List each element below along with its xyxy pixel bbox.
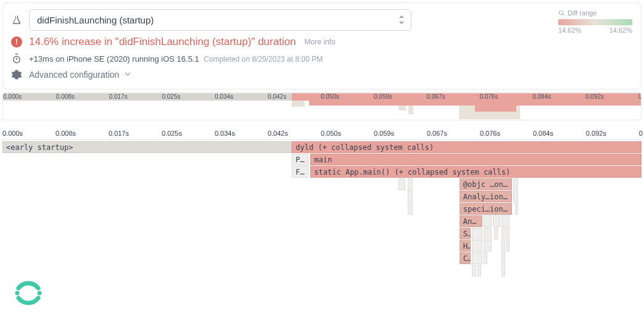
- tick-label: 0.050s: [321, 93, 339, 100]
- advanced-config-label: Advanced configuration: [29, 70, 119, 80]
- subline: +13ms on iPhone SE (2020) running iOS 16…: [29, 54, 323, 64]
- gear-icon: [10, 69, 23, 80]
- frame-t20[interactable]: [484, 252, 487, 264]
- frame-t11[interactable]: [472, 228, 482, 239]
- tick-label: 0.050s: [321, 130, 341, 137]
- tick-label: 0.076s: [480, 130, 500, 137]
- frame-t3[interactable]: [513, 178, 518, 190]
- advanced-config-toggle[interactable]: Advanced configuration: [29, 70, 131, 80]
- diff-range-legend: Diff range 14.62% 14.62%: [558, 9, 632, 34]
- frame-ana[interactable]: Ana…(): [460, 215, 482, 227]
- frame-t17[interactable]: [502, 240, 505, 252]
- tick-label: 0.000s: [3, 93, 22, 100]
- frame-dyld[interactable]: dyld (+ collapsed system calls): [292, 141, 642, 153]
- frame-t1[interactable]: [398, 178, 405, 190]
- frame-t18[interactable]: [506, 240, 509, 252]
- chevron-down-icon: [124, 70, 131, 80]
- frame-t12[interactable]: [484, 228, 491, 239]
- frame-t23[interactable]: [477, 265, 481, 276]
- tick-label: 0.034s: [215, 130, 235, 137]
- legend-min: 14.62%: [558, 27, 581, 34]
- metric-select-value: didFinishLaunching (startup): [37, 15, 154, 25]
- tick-label: 0.067s: [427, 130, 447, 137]
- legend-gradient: [558, 19, 632, 25]
- frame-s[interactable]: S…: [460, 228, 471, 239]
- summary-panel: didFinishLaunching (startup) ! 14.6% inc…: [2, 2, 642, 89]
- frame-early-startup[interactable]: <early startup>: [2, 141, 292, 153]
- legend-max: 14.62%: [609, 27, 632, 34]
- tick-label: 0.092s: [585, 93, 604, 100]
- tick-label: 0.008s: [56, 93, 75, 100]
- tick-label: 0.017s: [109, 93, 128, 100]
- frame-t9[interactable]: [493, 215, 500, 227]
- frame-t4[interactable]: [408, 191, 413, 202]
- frame-speci[interactable]: speci…ion:): [460, 203, 512, 215]
- tick-label: 0.059s: [374, 93, 392, 100]
- minimap-bar[interactable]: [475, 106, 516, 112]
- tick-label: 0.025s: [162, 93, 180, 100]
- tick-label: 0.000s: [2, 130, 23, 137]
- magnifier-icon: [558, 10, 565, 17]
- svg-point-0: [15, 291, 20, 296]
- frame-t2[interactable]: [408, 178, 413, 190]
- tick-label: 0.034s: [215, 93, 233, 100]
- stopwatch-icon: [10, 53, 23, 64]
- tick-label: 0.008s: [56, 130, 76, 137]
- frame-pe[interactable]: Pe…s: [292, 154, 308, 165]
- beaker-icon: [10, 15, 23, 26]
- frame-t24[interactable]: [502, 265, 505, 276]
- tick-label: 0.042s: [268, 93, 286, 100]
- minimap[interactable]: 0.000s0.008s0.017s0.025s0.034s0.042s0.05…: [2, 92, 642, 120]
- flame-graph[interactable]: <early startup>dyld (+ collapsed system …: [2, 141, 642, 314]
- frame-t14[interactable]: [502, 228, 509, 239]
- frame-app-main[interactable]: static App.main() (+ collapsed system ca…: [310, 166, 642, 178]
- frame-analy[interactable]: Analy…ion:): [460, 191, 512, 202]
- frame-t16[interactable]: [484, 240, 491, 252]
- tick-label: 0: [639, 130, 643, 137]
- frame-t10[interactable]: [502, 215, 509, 227]
- minimap-bar[interactable]: [292, 101, 305, 107]
- minimap-bar[interactable]: [408, 106, 413, 114]
- tick-label: 0.059s: [374, 130, 394, 137]
- frame-f[interactable]: F…): [292, 166, 308, 178]
- emerge-logo: [11, 276, 46, 310]
- frame-objc[interactable]: @objc …ons:): [460, 178, 512, 190]
- tick-label: 0.017s: [109, 130, 129, 137]
- frame-main[interactable]: main: [310, 154, 642, 165]
- tick-label: 0: [638, 93, 642, 100]
- frame-t22[interactable]: [472, 265, 476, 276]
- minimap-bar[interactable]: [398, 106, 406, 110]
- frame-t6[interactable]: [408, 203, 413, 215]
- frame-t21[interactable]: [502, 252, 505, 264]
- time-ruler[interactable]: 0.000s0.008s0.017s0.025s0.034s0.042s0.05…: [2, 129, 642, 140]
- tick-label: 0.025s: [162, 130, 182, 137]
- frame-t5[interactable]: [513, 191, 518, 202]
- minimap-bar[interactable]: [309, 101, 641, 106]
- legend-label: Diff range: [568, 9, 597, 17]
- more-info-link[interactable]: More info: [305, 38, 336, 46]
- frame-t19[interactable]: [472, 252, 482, 264]
- subline-completed: Completed on 8/29/2023 at 8:00 PM: [204, 55, 323, 64]
- caret-icon: [398, 15, 405, 25]
- subline-main: +13ms on iPhone SE (2020) running iOS 16…: [29, 54, 199, 64]
- tick-label: 0.042s: [268, 130, 288, 137]
- headline-text: 14.6% increase in "didFinishLaunching (s…: [29, 36, 296, 48]
- frame-t13[interactable]: [494, 228, 498, 239]
- alert-icon: !: [10, 36, 23, 48]
- frame-h[interactable]: H…: [460, 240, 471, 252]
- tick-label: 0.067s: [427, 93, 445, 100]
- tick-label: 0.092s: [586, 130, 606, 137]
- tick-label: 0.084s: [533, 130, 553, 137]
- metric-select[interactable]: didFinishLaunching (startup): [29, 9, 411, 31]
- frame-c[interactable]: C…: [460, 252, 471, 264]
- tick-label: 0.076s: [479, 93, 498, 100]
- frame-t8[interactable]: [484, 215, 491, 227]
- frame-t15[interactable]: [472, 240, 482, 252]
- svg-point-1: [38, 291, 42, 296]
- frame-t7[interactable]: [515, 203, 518, 215]
- tick-label: 0.084s: [532, 93, 551, 100]
